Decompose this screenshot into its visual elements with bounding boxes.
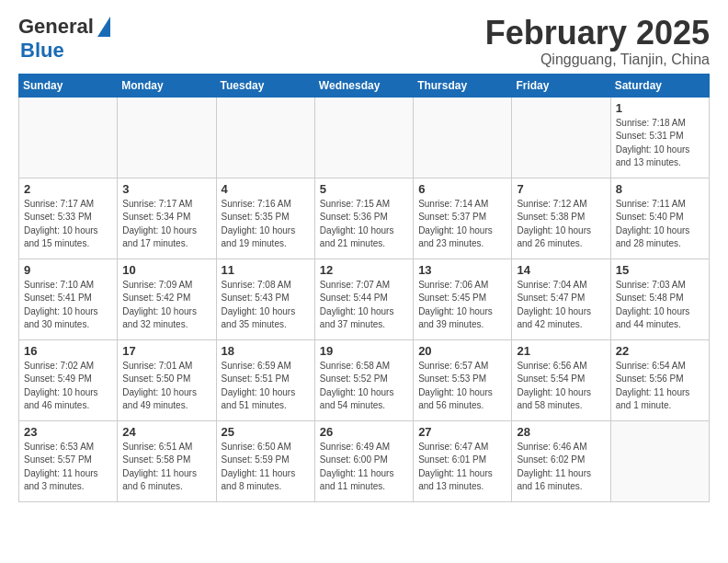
- day-number: 14: [517, 263, 605, 277]
- calendar-cell: 23Sunrise: 6:53 AM Sunset: 5:57 PM Dayli…: [19, 420, 118, 501]
- calendar-cell: [216, 97, 314, 178]
- location-subtitle: Qingguang, Tianjin, China: [485, 52, 710, 68]
- day-number: 22: [616, 344, 704, 358]
- calendar-cell: 27Sunrise: 6:47 AM Sunset: 6:01 PM Dayli…: [414, 420, 512, 501]
- calendar-cell: 9Sunrise: 7:10 AM Sunset: 5:41 PM Daylig…: [19, 259, 118, 339]
- header-saturday: Saturday: [610, 74, 709, 97]
- calendar-cell: 17Sunrise: 7:01 AM Sunset: 5:50 PM Dayli…: [118, 339, 216, 420]
- day-number: 2: [24, 182, 112, 196]
- calendar-cell: 18Sunrise: 6:59 AM Sunset: 5:51 PM Dayli…: [216, 339, 314, 420]
- month-year-title: February 2025: [485, 15, 710, 52]
- day-number: 25: [222, 425, 310, 439]
- day-info: Sunrise: 6:46 AM Sunset: 6:02 PM Dayligh…: [517, 441, 605, 494]
- calendar-cell: 19Sunrise: 6:58 AM Sunset: 5:52 PM Dayli…: [314, 339, 413, 420]
- calendar-cell: 20Sunrise: 6:57 AM Sunset: 5:53 PM Dayli…: [414, 339, 512, 420]
- day-info: Sunrise: 6:54 AM Sunset: 5:56 PM Dayligh…: [616, 360, 704, 413]
- day-number: 5: [320, 182, 408, 196]
- logo-blue: Blue: [20, 39, 64, 63]
- calendar-cell: 5Sunrise: 7:15 AM Sunset: 5:36 PM Daylig…: [314, 178, 413, 259]
- day-info: Sunrise: 7:01 AM Sunset: 5:50 PM Dayligh…: [122, 360, 210, 413]
- logo-general: General: [18, 15, 94, 39]
- calendar-cell: 24Sunrise: 6:51 AM Sunset: 5:58 PM Dayli…: [118, 420, 216, 501]
- day-info: Sunrise: 7:17 AM Sunset: 5:34 PM Dayligh…: [122, 198, 210, 251]
- calendar-cell: 6Sunrise: 7:14 AM Sunset: 5:37 PM Daylig…: [414, 178, 512, 259]
- day-number: 21: [517, 344, 605, 358]
- day-number: 12: [320, 263, 408, 277]
- calendar-week-5: 23Sunrise: 6:53 AM Sunset: 5:57 PM Dayli…: [19, 420, 710, 501]
- calendar-week-1: 1Sunrise: 7:18 AM Sunset: 5:31 PM Daylig…: [19, 97, 710, 178]
- calendar-cell: 22Sunrise: 6:54 AM Sunset: 5:56 PM Dayli…: [610, 339, 709, 420]
- calendar-cell: [610, 420, 709, 501]
- day-number: 1: [616, 101, 704, 115]
- day-info: Sunrise: 7:07 AM Sunset: 5:44 PM Dayligh…: [320, 279, 408, 332]
- calendar-cell: 16Sunrise: 7:02 AM Sunset: 5:49 PM Dayli…: [19, 339, 118, 420]
- header-friday: Friday: [512, 74, 610, 97]
- day-number: 10: [122, 263, 210, 277]
- header-sunday: Sunday: [19, 74, 118, 97]
- day-number: 13: [418, 263, 506, 277]
- header-wednesday: Wednesday: [314, 74, 413, 97]
- day-info: Sunrise: 7:18 AM Sunset: 5:31 PM Dayligh…: [616, 117, 704, 170]
- day-number: 26: [320, 425, 408, 439]
- calendar-cell: [118, 97, 216, 178]
- day-number: 16: [24, 344, 112, 358]
- day-number: 7: [517, 182, 605, 196]
- logo-icon: [97, 17, 110, 37]
- day-info: Sunrise: 7:16 AM Sunset: 5:35 PM Dayligh…: [222, 198, 310, 251]
- calendar-cell: 4Sunrise: 7:16 AM Sunset: 5:35 PM Daylig…: [216, 178, 314, 259]
- day-info: Sunrise: 7:04 AM Sunset: 5:47 PM Dayligh…: [517, 279, 605, 332]
- day-info: Sunrise: 6:49 AM Sunset: 6:00 PM Dayligh…: [320, 441, 408, 494]
- calendar-cell: 15Sunrise: 7:03 AM Sunset: 5:48 PM Dayli…: [610, 259, 709, 339]
- page-container: General Blue February 2025 Qingguang, Ti…: [0, 0, 728, 511]
- calendar-cell: 26Sunrise: 6:49 AM Sunset: 6:00 PM Dayli…: [314, 420, 413, 501]
- day-number: 9: [24, 263, 112, 277]
- day-number: 18: [222, 344, 310, 358]
- day-number: 19: [320, 344, 408, 358]
- day-info: Sunrise: 7:03 AM Sunset: 5:48 PM Dayligh…: [616, 279, 704, 332]
- day-number: 17: [122, 344, 210, 358]
- calendar-cell: 13Sunrise: 7:06 AM Sunset: 5:45 PM Dayli…: [414, 259, 512, 339]
- day-info: Sunrise: 7:06 AM Sunset: 5:45 PM Dayligh…: [418, 279, 506, 332]
- calendar-week-2: 2Sunrise: 7:17 AM Sunset: 5:33 PM Daylig…: [19, 178, 710, 259]
- day-info: Sunrise: 7:09 AM Sunset: 5:42 PM Dayligh…: [122, 279, 210, 332]
- header-tuesday: Tuesday: [216, 74, 314, 97]
- calendar-cell: 2Sunrise: 7:17 AM Sunset: 5:33 PM Daylig…: [19, 178, 118, 259]
- day-info: Sunrise: 7:17 AM Sunset: 5:33 PM Dayligh…: [24, 198, 112, 251]
- header: General Blue February 2025 Qingguang, Ti…: [18, 15, 710, 68]
- logo: General Blue: [18, 15, 110, 63]
- weekday-header-row: Sunday Monday Tuesday Wednesday Thursday…: [19, 74, 710, 97]
- calendar-cell: [19, 97, 118, 178]
- calendar-cell: 28Sunrise: 6:46 AM Sunset: 6:02 PM Dayli…: [512, 420, 610, 501]
- calendar-cell: 8Sunrise: 7:11 AM Sunset: 5:40 PM Daylig…: [610, 178, 709, 259]
- calendar-cell: 1Sunrise: 7:18 AM Sunset: 5:31 PM Daylig…: [610, 97, 709, 178]
- day-info: Sunrise: 7:14 AM Sunset: 5:37 PM Dayligh…: [418, 198, 506, 251]
- calendar-week-3: 9Sunrise: 7:10 AM Sunset: 5:41 PM Daylig…: [19, 259, 710, 339]
- day-number: 24: [122, 425, 210, 439]
- day-info: Sunrise: 7:11 AM Sunset: 5:40 PM Dayligh…: [616, 198, 704, 251]
- day-number: 23: [24, 425, 112, 439]
- day-info: Sunrise: 6:51 AM Sunset: 5:58 PM Dayligh…: [122, 441, 210, 494]
- day-info: Sunrise: 7:02 AM Sunset: 5:49 PM Dayligh…: [24, 360, 112, 413]
- calendar-cell: 7Sunrise: 7:12 AM Sunset: 5:38 PM Daylig…: [512, 178, 610, 259]
- day-number: 27: [418, 425, 506, 439]
- day-number: 15: [616, 263, 704, 277]
- day-number: 11: [222, 263, 310, 277]
- calendar-cell: 25Sunrise: 6:50 AM Sunset: 5:59 PM Dayli…: [216, 420, 314, 501]
- calendar-cell: 10Sunrise: 7:09 AM Sunset: 5:42 PM Dayli…: [118, 259, 216, 339]
- day-info: Sunrise: 6:50 AM Sunset: 5:59 PM Dayligh…: [222, 441, 310, 494]
- header-thursday: Thursday: [414, 74, 512, 97]
- day-info: Sunrise: 7:12 AM Sunset: 5:38 PM Dayligh…: [517, 198, 605, 251]
- calendar-cell: [512, 97, 610, 178]
- day-info: Sunrise: 6:47 AM Sunset: 6:01 PM Dayligh…: [418, 441, 506, 494]
- title-section: February 2025 Qingguang, Tianjin, China: [485, 15, 710, 68]
- calendar-week-4: 16Sunrise: 7:02 AM Sunset: 5:49 PM Dayli…: [19, 339, 710, 420]
- day-number: 28: [517, 425, 605, 439]
- day-number: 4: [222, 182, 310, 196]
- day-info: Sunrise: 6:57 AM Sunset: 5:53 PM Dayligh…: [418, 360, 506, 413]
- day-info: Sunrise: 7:10 AM Sunset: 5:41 PM Dayligh…: [24, 279, 112, 332]
- calendar-cell: [314, 97, 413, 178]
- day-info: Sunrise: 6:59 AM Sunset: 5:51 PM Dayligh…: [222, 360, 310, 413]
- header-monday: Monday: [118, 74, 216, 97]
- calendar-table: Sunday Monday Tuesday Wednesday Thursday…: [18, 74, 710, 502]
- calendar-cell: 21Sunrise: 6:56 AM Sunset: 5:54 PM Dayli…: [512, 339, 610, 420]
